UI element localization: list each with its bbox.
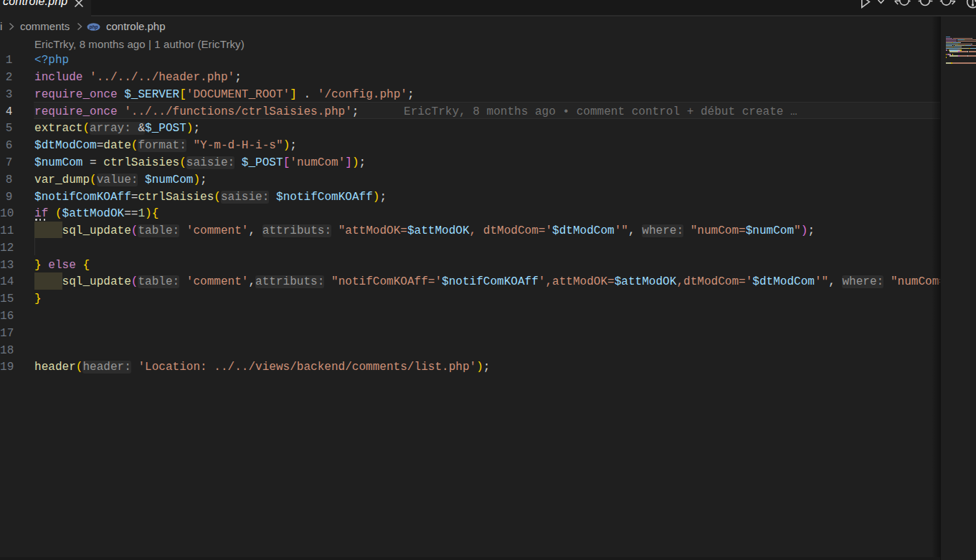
svg-text:php: php bbox=[88, 24, 98, 30]
